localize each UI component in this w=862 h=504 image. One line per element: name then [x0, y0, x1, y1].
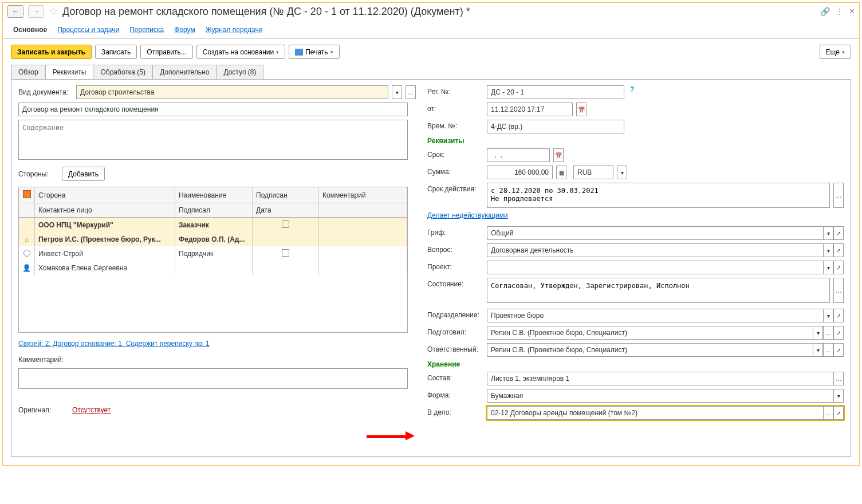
th-side[interactable]: Сторона: [35, 187, 175, 203]
term-calendar[interactable]: 📅: [553, 148, 564, 162]
composition-input[interactable]: [487, 372, 833, 385]
th-comment[interactable]: Комментарий: [319, 187, 407, 203]
checkbox[interactable]: [282, 220, 289, 228]
validity-select[interactable]: …: [833, 183, 844, 208]
project-open[interactable]: ↗: [833, 261, 844, 274]
subnav-correspondence[interactable]: Переписка: [129, 26, 164, 34]
sub-navigation: Основное Процессы и задачи Переписка Фор…: [3, 20, 859, 39]
table-row[interactable]: ООО НПЦ "Меркурий" Заказчик: [19, 218, 407, 233]
original-label: Оригинал:: [18, 406, 69, 414]
invalidates-link[interactable]: Делает недействующими: [427, 211, 844, 219]
state-input[interactable]: Согласован, Утвержден, Зарегистрирован, …: [487, 278, 830, 303]
create-based-button[interactable]: Создать на основании: [196, 45, 286, 59]
question-dropdown[interactable]: ▾: [823, 243, 833, 257]
to-case-select[interactable]: …: [823, 406, 833, 420]
from-input[interactable]: [487, 103, 573, 116]
links-summary[interactable]: Связей: 2. Договор основание: 1. Содержи…: [18, 340, 416, 348]
responsible-input[interactable]: [487, 343, 813, 357]
prepared-select[interactable]: …: [823, 326, 833, 340]
tab-overview[interactable]: Обзор: [11, 65, 46, 79]
print-button[interactable]: Печать: [289, 45, 339, 59]
table-row[interactable]: Инвест-Строй Подрядчик: [19, 246, 407, 261]
department-open[interactable]: ↗: [833, 309, 844, 322]
grif-dropdown[interactable]: ▾: [823, 226, 833, 240]
send-button[interactable]: Отправить...: [140, 45, 193, 59]
doc-kind-select[interactable]: …: [406, 85, 416, 99]
content-textarea[interactable]: [18, 120, 408, 160]
department-label: Подразделение:: [427, 309, 483, 319]
composition-select[interactable]: …: [833, 372, 844, 385]
to-case-input[interactable]: [487, 406, 823, 420]
subnav-forum[interactable]: Форум: [174, 26, 195, 34]
currency-input[interactable]: [573, 166, 613, 179]
close-icon[interactable]: ×: [849, 6, 855, 17]
add-party-button[interactable]: Добавить: [62, 167, 105, 181]
doc-kind-dropdown[interactable]: ▾: [392, 85, 402, 99]
project-label: Проект:: [427, 261, 483, 271]
form-input[interactable]: [487, 389, 833, 403]
prepared-dropdown[interactable]: ▾: [813, 326, 823, 340]
state-label: Состояние:: [427, 278, 483, 288]
doc-name-input[interactable]: [18, 103, 408, 116]
currency-dropdown[interactable]: ▾: [617, 166, 627, 179]
validity-input[interactable]: с 28.12.2020 по 30.03.2021 Не продлевает…: [487, 183, 830, 208]
department-dropdown[interactable]: ▾: [823, 309, 833, 322]
th-signed[interactable]: Подписан: [253, 187, 319, 203]
checkbox[interactable]: [282, 249, 289, 257]
to-case-open[interactable]: ↗: [833, 406, 844, 420]
th-contact[interactable]: Контактное лицо: [35, 203, 175, 218]
sum-calc[interactable]: ▦: [556, 166, 566, 179]
grif-label: Гриф:: [427, 226, 483, 237]
th-icon: [19, 187, 35, 203]
kebab-menu-icon[interactable]: ⋮: [836, 7, 844, 16]
tab-additional[interactable]: Дополнительно: [152, 65, 217, 79]
th-date[interactable]: Дата: [253, 203, 319, 218]
tab-requisites[interactable]: Реквизиты: [45, 65, 94, 79]
form-label: Форма:: [427, 389, 483, 399]
save-button[interactable]: Записать: [95, 45, 137, 59]
reg-no-input[interactable]: [487, 85, 624, 99]
form-dropdown[interactable]: ▾: [833, 389, 844, 403]
to-case-label: В дело:: [427, 406, 483, 416]
subnav-processes[interactable]: Процессы и задачи: [57, 26, 119, 34]
nav-back-button[interactable]: ←: [7, 5, 23, 18]
favorite-star-icon[interactable]: ☆: [49, 5, 58, 18]
table-row[interactable]: 👤 Хомякова Елена Сергеевна: [19, 261, 407, 275]
original-value[interactable]: Отсутствует: [72, 406, 111, 414]
link-icon[interactable]: 🔗: [820, 7, 830, 16]
subnav-main[interactable]: Основное: [13, 26, 47, 34]
responsible-select[interactable]: …: [823, 343, 833, 357]
from-calendar[interactable]: 📅: [576, 103, 587, 116]
circle-icon: [23, 250, 30, 257]
grif-open[interactable]: ↗: [833, 226, 844, 240]
subnav-transfer-log[interactable]: Журнал передачи: [206, 26, 263, 34]
prepared-open[interactable]: ↗: [833, 326, 844, 340]
reg-no-label: Рег. №:: [427, 85, 483, 96]
project-dropdown[interactable]: ▾: [823, 261, 833, 274]
tab-processing[interactable]: Обработка (5): [93, 65, 153, 79]
nav-forward-button[interactable]: →: [28, 5, 44, 18]
project-input[interactable]: [487, 261, 823, 274]
responsible-dropdown[interactable]: ▾: [813, 343, 823, 357]
term-input[interactable]: [487, 148, 550, 162]
question-input[interactable]: [487, 243, 823, 257]
save-close-button[interactable]: Записать и закрыть: [11, 45, 92, 59]
prepared-input[interactable]: [487, 326, 813, 340]
th-signer[interactable]: Подписал: [175, 203, 253, 218]
from-label: от:: [427, 103, 483, 113]
temp-no-input[interactable]: [487, 120, 624, 133]
th-name[interactable]: Наименование: [175, 187, 253, 203]
responsible-open[interactable]: ↗: [833, 343, 844, 357]
grif-input[interactable]: [487, 226, 823, 240]
department-input[interactable]: [487, 309, 823, 322]
state-select[interactable]: …: [833, 278, 844, 303]
table-row[interactable]: ⌂ Петров И.С. (Проектное бюро, Рук... Фе…: [19, 233, 407, 246]
help-icon[interactable]: ?: [630, 85, 634, 93]
doc-kind-input[interactable]: [76, 85, 388, 99]
tab-access[interactable]: Доступ (8): [216, 65, 263, 79]
sum-input[interactable]: [487, 166, 553, 179]
parties-table: Сторона Наименование Подписан Комментари…: [18, 187, 408, 333]
comment-input[interactable]: [18, 368, 408, 389]
more-button[interactable]: Еще: [820, 45, 851, 59]
question-open[interactable]: ↗: [833, 243, 844, 257]
